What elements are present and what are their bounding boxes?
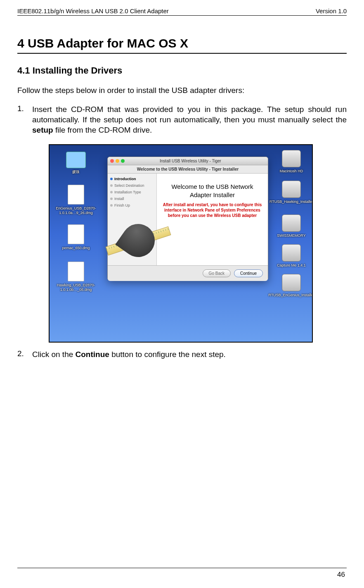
bullet-icon	[110, 191, 113, 193]
drive-icon	[282, 181, 301, 198]
close-icon	[110, 159, 114, 163]
document-icon	[68, 185, 84, 205]
page-number: 46	[337, 571, 345, 579]
drive-hawking: RTUSB_Hawking_Installer	[267, 181, 313, 204]
step-1-text-post: file from the CD-ROM drive.	[53, 126, 152, 134]
page-header: IEEE802.11b/g/n Wireless LAN USB 2.0 Cli…	[17, 0, 347, 14]
folder-icon	[66, 152, 86, 168]
installer-main: Welcome to the USB Network Adapter Insta…	[156, 174, 268, 265]
footer-rule	[17, 568, 347, 568]
desktop-folder-label: 媛珠	[51, 170, 101, 174]
drive-capture-me: Capture Me 1.4.1	[267, 244, 313, 268]
installer-step-install: Install	[110, 197, 154, 201]
drive-icon	[282, 214, 301, 232]
installer-step-select-dest-label: Select Destination	[114, 183, 144, 188]
installer-step-introduction-label: Introduction	[114, 177, 136, 181]
installer-step-install-label: Install	[114, 197, 124, 201]
installer-welcome-text: Welcome to the USB Network Adapter Insta…	[162, 183, 263, 199]
step-1-bold: setup	[32, 126, 53, 134]
step-2-body: Click on the Continue button to configur…	[32, 349, 347, 359]
chapter-rule	[17, 53, 347, 54]
step-2-number: 2.	[17, 349, 32, 359]
drive-hawking-label: RTUSB_Hawking_Installer	[267, 200, 313, 204]
header-right: Version 1.0	[316, 7, 347, 14]
installer-body: Introduction Select Destination Installa…	[108, 174, 268, 265]
installer-step-install-type: Installation Type	[110, 190, 154, 194]
drive-capture-me-label: Capture Me 1.4.1	[267, 263, 313, 268]
minimize-icon	[116, 159, 119, 163]
desktop-folder-icon: 媛珠	[51, 152, 101, 174]
drive-icon	[282, 244, 301, 262]
installer-subtitle: Welcome to the USB Wireless Utility - Ti…	[108, 165, 268, 174]
desktop-dmg3-icon: Hawking_USB_D2870-1.0.1.0b…_05.dmg	[51, 262, 101, 292]
step-2: 2. Click on the Continue button to confi…	[17, 349, 347, 359]
bullet-icon	[110, 204, 113, 207]
header-left: IEEE802.11b/g/n Wireless LAN USB 2.0 Cli…	[17, 7, 169, 14]
intro-paragraph: Follow the steps below in order to insta…	[17, 86, 347, 95]
section-heading: 4.1 Installing the Drivers	[17, 65, 347, 76]
desktop-dmg2-icon: pemac_650.dmg	[51, 224, 101, 250]
continue-button[interactable]: Continue	[234, 269, 263, 277]
drive-swissmemory: SWISSMEMORY	[267, 214, 313, 238]
desktop-dmg3-label: Hawking_USB_D2870-1.0.1.0b…_05.dmg	[51, 283, 101, 292]
installer-step-install-type-label: Installation Type	[114, 190, 141, 194]
installer-step-select-dest: Select Destination	[110, 183, 154, 188]
drive-engenius-label: RTUSB_EnGenius_Installer	[267, 293, 313, 298]
chapter-heading: 4 USB Adapter for MAC OS X	[17, 36, 347, 50]
installer-step-finish-label: Finish Up	[114, 203, 130, 207]
window-controls	[110, 159, 125, 163]
step-2-text-pre: Click on the	[32, 350, 76, 359]
desktop-dmg1-label: EnGenius_USB_D2870-1.0.1.0a…9_26.dmg	[51, 206, 101, 215]
drive-swissmemory-label: SWISSMEMORY	[267, 233, 313, 238]
step-1: 1. Insert the CD-ROM that was provided t…	[17, 104, 347, 135]
drive-macintosh-hd-label: Macintosh HD	[267, 169, 313, 174]
document-icon	[68, 262, 84, 281]
step-1-text-pre: Insert the CD-ROM that was provided to y…	[32, 105, 347, 124]
drive-icon	[282, 150, 301, 167]
installer-titlebar: Install USB Wireless Utility - Tiger	[108, 157, 268, 165]
step-1-number: 1.	[17, 104, 32, 135]
drive-engenius: RTUSB_EnGenius_Installer	[267, 274, 313, 298]
installer-title: Install USB Wireless Utility - Tiger	[128, 159, 265, 163]
header-rule	[17, 15, 347, 16]
installer-sidebar: Introduction Select Destination Installa…	[108, 174, 156, 265]
drive-icon	[282, 274, 301, 291]
installer-step-introduction: Introduction	[110, 177, 154, 181]
installer-step-finish: Finish Up	[110, 203, 154, 207]
bullet-icon	[110, 178, 113, 180]
desktop-dmg1-icon: EnGenius_USB_D2870-1.0.1.0a…9_26.dmg	[51, 185, 101, 215]
bullet-icon	[110, 198, 113, 200]
screenshot: 媛珠 EnGenius_USB_D2870-1.0.1.0a…9_26.dmg …	[49, 144, 313, 343]
step-2-text-post: button to configure the next step.	[109, 350, 226, 359]
step-2-bold: Continue	[76, 350, 109, 359]
step-1-body: Insert the CD-ROM that was provided to y…	[32, 104, 347, 135]
document-icon	[68, 224, 84, 244]
desktop-dmg2-label: pemac_650.dmg	[51, 246, 101, 250]
pen-icon	[115, 218, 161, 264]
installer-window: Install USB Wireless Utility - Tiger Wel…	[107, 157, 268, 281]
drive-macintosh-hd: Macintosh HD	[267, 150, 313, 174]
installer-warning-text: After install and restart, you have to c…	[162, 202, 263, 218]
go-back-button[interactable]: Go Back	[203, 269, 231, 277]
zoom-icon	[121, 159, 125, 163]
installer-artwork	[105, 212, 171, 269]
bullet-icon	[110, 184, 113, 187]
